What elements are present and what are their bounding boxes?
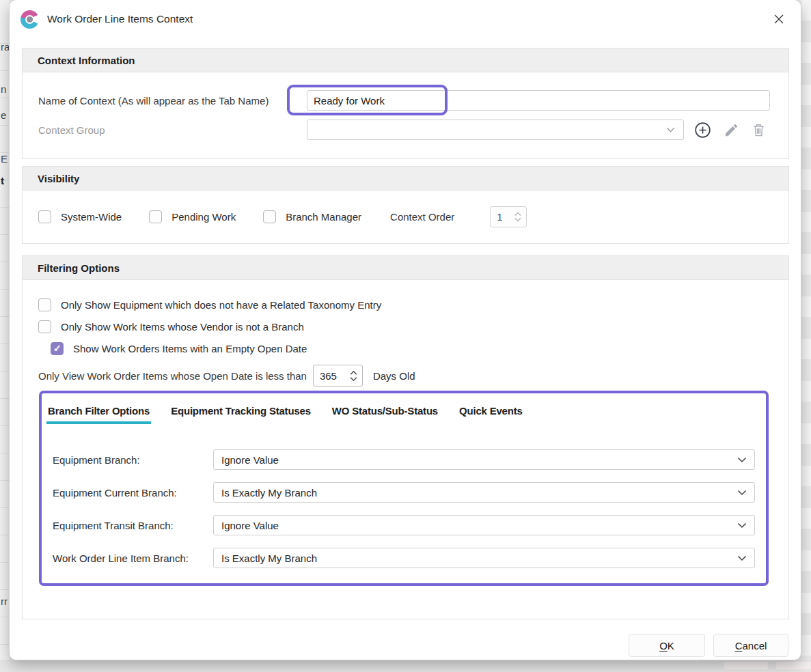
work-order-line-item-branch-label: Work Order Line Item Branch:: [53, 552, 213, 564]
field-row-equipment-branch: Equipment Branch: Ignore Value: [42, 449, 766, 470]
field-row-wo-line-item-branch: Work Order Line Item Branch: Is Exactly …: [42, 548, 766, 568]
branch-filter-panel: Branch Filter Options Equipment Tracking…: [39, 391, 769, 586]
name-of-context-label: Name of Context (As will appear as the T…: [38, 95, 307, 107]
equipment-branch-select[interactable]: Ignore Value: [213, 449, 755, 470]
checkbox-box[interactable]: [149, 210, 162, 223]
checkbox-label: Pending Work: [171, 211, 236, 223]
spinner-arrows-icon[interactable]: [350, 370, 362, 382]
plus-circle-icon: [693, 121, 712, 139]
filter-tabs: Branch Filter Options Equipment Tracking…: [42, 393, 766, 424]
chevron-down-icon: [737, 490, 747, 496]
equipment-current-branch-select[interactable]: Is Exactly My Branch: [213, 482, 755, 503]
checkbox-system-wide[interactable]: System-Wide: [38, 210, 122, 223]
context-group-dropdown[interactable]: [307, 120, 684, 140]
tab-quick-events[interactable]: Quick Events: [458, 403, 524, 424]
checkbox-label: System-Wide: [61, 211, 122, 223]
background-ghost-button: [724, 661, 769, 670]
context-group-label: Context Group: [38, 124, 307, 136]
days-old-suffix-label: Days Old: [373, 370, 415, 382]
app-logo-icon: [20, 10, 39, 29]
checkbox-branch-manager[interactable]: Branch Manager: [263, 210, 361, 223]
chevron-down-icon: [737, 457, 747, 463]
section-visibility: Visibility System-Wide Pending Work Bran…: [22, 166, 789, 244]
equipment-transit-branch-label: Equipment Transit Branch:: [53, 520, 213, 531]
context-order-spinner[interactable]: 1: [490, 206, 527, 227]
context-order-label: Context Order: [390, 211, 454, 223]
tab-wo-status-sub-status[interactable]: WO Status/Sub-Status: [331, 403, 439, 424]
checkbox-box[interactable]: [263, 210, 276, 223]
chevron-down-icon: [737, 522, 747, 529]
background-window-right-sliver: [801, 0, 811, 672]
checkbox-vendor-not-branch[interactable]: Only Show Work Items whose Vendor is not…: [38, 320, 304, 333]
dialog-title: Work Order Line Items Context: [47, 13, 193, 25]
background-text-fragment: e: [1, 109, 6, 121]
checkbox-label: Only Show Equipment which does not have …: [61, 299, 381, 311]
checkbox-label: Only Show Work Items whose Vendor is not…: [61, 321, 304, 333]
checkbox-no-related-taxonomy[interactable]: Only Show Equipment which does not have …: [38, 298, 381, 311]
background-text-fragment: E: [1, 153, 8, 165]
checkbox-box[interactable]: [38, 320, 51, 333]
close-icon[interactable]: [768, 9, 790, 29]
equipment-current-branch-label: Equipment Current Branch:: [53, 487, 213, 499]
background-window-bottom-sliver: [0, 660, 811, 672]
background-text-fragment: n: [1, 83, 6, 95]
trash-icon: [751, 122, 767, 138]
work-order-line-items-context-dialog: Work Order Line Items Context Context In…: [10, 0, 801, 660]
work-order-line-item-branch-select[interactable]: Is Exactly My Branch: [213, 548, 755, 568]
equipment-transit-branch-select[interactable]: Ignore Value: [213, 515, 755, 535]
chevron-down-icon: [737, 555, 747, 561]
delete-context-group-button[interactable]: [751, 122, 767, 138]
context-name-input[interactable]: [307, 90, 770, 111]
days-old-spinner[interactable]: 365: [313, 365, 363, 387]
chevron-down-icon: [666, 127, 675, 133]
ok-button[interactable]: OK: [629, 634, 705, 657]
section-header-visibility: Visibility: [23, 167, 788, 191]
background-text-fragment: ra: [1, 41, 10, 53]
tab-branch-filter-options[interactable]: Branch Filter Options: [46, 403, 151, 424]
section-header-filtering-options: Filtering Options: [23, 256, 788, 280]
section-context-information: Context Information Name of Context (As …: [22, 48, 789, 159]
checkbox-pending-work[interactable]: Pending Work: [149, 210, 236, 223]
context-order-value: 1: [491, 211, 514, 223]
days-old-value: 365: [314, 370, 350, 382]
checkbox-label: Show Work Orders Items with an Empty Ope…: [73, 343, 307, 354]
dialog-footer: OK Cancel: [629, 634, 788, 657]
background-text-fragment: rr: [1, 596, 8, 607]
dialog-titlebar: Work Order Line Items Context: [10, 0, 801, 38]
edit-context-group-button[interactable]: [724, 122, 739, 138]
background-text-fragment: t: [1, 175, 4, 186]
section-filtering-options: Filtering Options Only Show Equipment wh…: [22, 255, 789, 619]
field-row-equipment-current-branch: Equipment Current Branch: Is Exactly My …: [42, 482, 766, 503]
background-window-left-sliver: ra n e E t rr: [0, 0, 10, 672]
add-context-group-button[interactable]: [693, 121, 712, 139]
tab-equipment-tracking-statuses[interactable]: Equipment Tracking Statuses: [169, 403, 312, 424]
equipment-branch-label: Equipment Branch:: [53, 454, 213, 466]
checkbox-label: Branch Manager: [286, 211, 361, 223]
pencil-icon: [724, 122, 739, 138]
checkbox-box-checked[interactable]: [51, 342, 64, 355]
days-old-prefix-label: Only View Work Order Items whose Open Da…: [38, 370, 307, 382]
spinner-arrows-icon[interactable]: [514, 212, 526, 222]
section-header-context-information: Context Information: [23, 48, 788, 72]
background-ghost-button: [775, 661, 811, 670]
checkbox-box[interactable]: [38, 210, 51, 223]
checkbox-empty-open-date[interactable]: Show Work Orders Items with an Empty Ope…: [51, 342, 307, 355]
field-row-equipment-transit-branch: Equipment Transit Branch: Ignore Value: [42, 515, 766, 535]
checkbox-box[interactable]: [38, 298, 51, 311]
cancel-button[interactable]: Cancel: [713, 634, 788, 657]
